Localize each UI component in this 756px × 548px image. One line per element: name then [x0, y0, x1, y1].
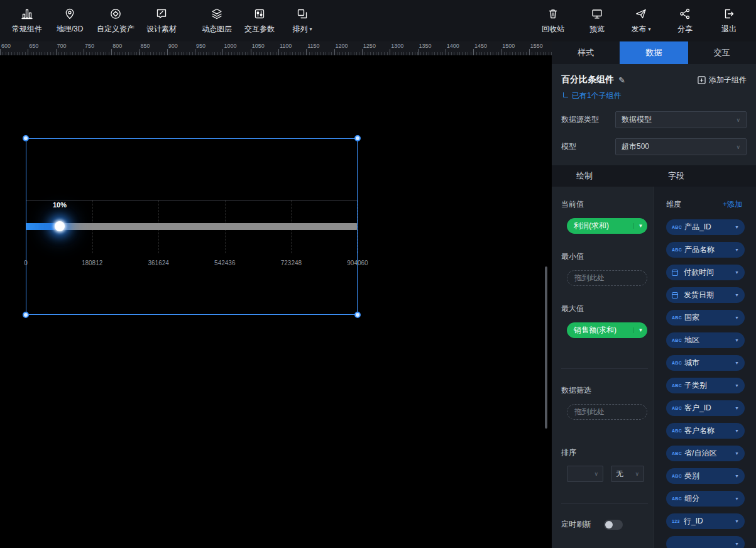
field-pill[interactable]: 123 行_ID ▼ — [666, 513, 745, 529]
properties-panel: 样式 数据 交互 百分比条组件 ✎ 添加子组件 已有1个子组件 数据源类型 数据… — [552, 41, 756, 548]
chevron-down-icon: ∨ — [594, 471, 598, 477]
field-pill[interactable]: 发货日期 ▼ — [666, 287, 745, 303]
ruler-label: 700 — [57, 41, 85, 49]
toolbar-item-interaction-params[interactable]: 交互参数 — [241, 6, 278, 36]
toolbar-item-label: 发布 — [631, 24, 646, 35]
toolbar-item-preview[interactable]: 预览 — [579, 6, 615, 36]
arrange-icon — [295, 7, 309, 21]
tab-interaction[interactable]: 交互 — [688, 41, 756, 64]
field-type-icon — [672, 292, 678, 299]
tab-style[interactable]: 样式 — [552, 41, 620, 64]
resize-handle-top-left[interactable] — [23, 135, 29, 141]
resize-handle-top-right[interactable] — [354, 135, 361, 141]
field-pill[interactable]: ABC 产品名称 ▼ — [666, 242, 745, 258]
sort-order-select[interactable]: 无 ∨ — [611, 466, 644, 482]
field-type-icon: ABC — [672, 383, 682, 388]
timed-refresh-toggle[interactable] — [604, 520, 623, 530]
sort-order-value: 无 — [616, 469, 623, 480]
tab-data[interactable]: 数据 — [620, 41, 688, 64]
chevron-down-icon: ▼ — [735, 315, 739, 320]
field-pill[interactable]: ABC 客户名称 ▼ — [666, 423, 745, 439]
chevron-down-icon: ▼ — [735, 474, 739, 478]
chevron-down-icon: ▼ — [735, 496, 739, 501]
toolbar-right-group: 回收站 预览 发布 ▾ 分享 — [535, 6, 747, 36]
toolbar-item-publish[interactable]: 发布 ▾ — [623, 6, 659, 36]
data-filter-dropzone[interactable]: 拖到此处 — [567, 404, 647, 420]
toolbar-item-arrange[interactable]: 排列 ▾ — [284, 6, 320, 36]
field-pill[interactable]: 付款时间 ▼ — [666, 265, 745, 280]
toolbar-item-dynamic-layers[interactable]: 动态图层 — [199, 6, 235, 36]
field-pill[interactable]: ABC 省/自治区 ▼ — [666, 446, 745, 461]
toolbar-item-label: 交互参数 — [244, 24, 275, 35]
parameters-icon — [253, 7, 266, 21]
field-pill[interactable]: ABC 城市 ▼ — [666, 355, 745, 371]
top-toolbar: 常规组件 地理/3D 自定义资产 设计素材 — [0, 0, 756, 41]
design-canvas[interactable]: 10% 0180812361624542436723248904060 — [0, 55, 552, 548]
min-value-dropzone[interactable]: 拖到此处 — [567, 270, 647, 286]
selection-box[interactable] — [26, 138, 358, 315]
subtab-fields[interactable]: 字段 — [654, 170, 756, 182]
max-value-pill[interactable]: 销售额(求和) ▼ — [567, 322, 647, 338]
ruler-label: 800 — [112, 41, 140, 49]
field-label: 地区 — [684, 335, 735, 346]
field-type-icon: ABC — [672, 338, 682, 342]
sort-label: 排序 — [561, 447, 648, 458]
field-pill[interactable]: ABC 国家 ▼ — [666, 310, 745, 326]
field-pill[interactable]: ABC 细分 ▼ — [666, 491, 745, 507]
subcomponent-note[interactable]: 已有1个子组件 — [563, 90, 756, 101]
ruler-label: 1350 — [419, 41, 446, 49]
datasource-select[interactable]: 数据模型 ∨ — [615, 111, 747, 128]
datasource-label: 数据源类型 — [561, 114, 615, 125]
data-filter-label: 数据筛选 — [561, 385, 648, 396]
gridline — [358, 200, 358, 253]
field-label: 子类别 — [684, 380, 735, 391]
toolbar-item-share[interactable]: 分享 — [667, 6, 703, 36]
toolbar-item-custom-assets[interactable]: 自定义资产 — [94, 6, 137, 36]
chevron-down-icon: ▼ — [633, 223, 647, 229]
current-value-pill[interactable]: 利润(求和) ▼ — [567, 218, 647, 234]
field-pill[interactable]: ABC 类别 ▼ — [666, 468, 745, 484]
layers-icon — [210, 7, 224, 21]
subtab-draw[interactable]: 绘制 — [552, 170, 654, 182]
chevron-down-icon: ∨ — [736, 144, 740, 150]
toolbar-item-design-material[interactable]: 设计素材 — [143, 6, 180, 36]
resize-handle-bottom-left[interactable] — [23, 312, 29, 318]
field-label: 发货日期 — [684, 290, 735, 300]
field-label: 产品_ID — [684, 222, 735, 233]
timed-refresh-label: 定时刷新 — [561, 519, 591, 530]
field-pill[interactable]: ▼ — [666, 536, 745, 548]
model-label: 模型 — [561, 141, 615, 152]
field-pill[interactable]: ABC 客户_ID ▼ — [666, 400, 745, 416]
dropzone-placeholder: 拖到此处 — [574, 407, 605, 417]
field-label: 省/自治区 — [684, 448, 735, 459]
sort-field-select[interactable]: ∨ — [567, 466, 603, 482]
field-label: 客户_ID — [684, 403, 735, 414]
toolbar-item-common-components[interactable]: 常规组件 — [9, 6, 45, 36]
asset-icon — [109, 7, 123, 21]
add-subcomponent-button[interactable]: 添加子组件 — [698, 75, 747, 85]
toolbar-item-label: 设计素材 — [146, 24, 177, 35]
subtab-strip: 绘制 字段 — [552, 165, 756, 187]
add-dimension-button[interactable]: +添加 — [723, 199, 742, 210]
toolbar-item-label: 动态图层 — [202, 24, 232, 35]
field-pill[interactable]: ABC 子类别 ▼ — [666, 378, 745, 393]
toolbar-item-recycle-bin[interactable]: 回收站 — [535, 6, 571, 36]
share-icon — [678, 7, 692, 21]
toolbar-item-exit[interactable]: 退出 — [711, 6, 747, 36]
component-title: 百分比条组件 — [561, 74, 614, 85]
caret-down-icon: ▾ — [648, 26, 650, 32]
edit-pencil-icon[interactable]: ✎ — [618, 75, 625, 85]
tree-branch-icon — [563, 92, 568, 97]
model-select[interactable]: 超市500 ∨ — [615, 138, 747, 155]
toolbar-item-geo-3d[interactable]: 地理/3D — [52, 6, 88, 36]
canvas-scrollbar[interactable] — [545, 266, 547, 429]
resize-handle-bottom-right[interactable] — [354, 312, 361, 318]
field-label: 行_ID — [684, 516, 735, 527]
caret-down-icon: ▾ — [309, 26, 312, 32]
field-pill[interactable]: ABC 地区 ▼ — [666, 332, 745, 348]
field-pill[interactable]: ABC 产品_ID ▼ — [666, 219, 745, 235]
ruler-label: 1150 — [307, 41, 335, 49]
chevron-down-icon: ▼ — [735, 361, 739, 365]
ruler-label: 950 — [196, 41, 224, 49]
chevron-down-icon: ▼ — [735, 406, 739, 410]
